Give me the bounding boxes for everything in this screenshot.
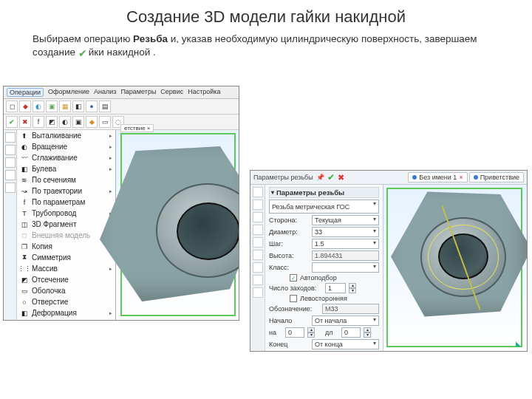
toolbar-btn[interactable]: ▣ bbox=[46, 100, 58, 112]
item-icon: ≋ bbox=[20, 176, 29, 185]
toolbar-btn[interactable]: ▭ bbox=[99, 116, 111, 128]
doc-tab-2[interactable]: Приветствие bbox=[469, 172, 524, 183]
side-tool[interactable] bbox=[253, 187, 263, 197]
chevron-down-icon: ▾ bbox=[271, 189, 274, 196]
menu-settings[interactable]: Настройка bbox=[188, 88, 220, 97]
dropdown-item[interactable]: ◐Вращение▸ bbox=[17, 141, 115, 152]
item-icon: ◧ bbox=[20, 309, 29, 318]
dropdown-item[interactable]: ▭Оболочка bbox=[17, 285, 115, 296]
toolbar-btn[interactable]: ◆ bbox=[19, 100, 31, 112]
item-icon: ⋮⋮ bbox=[20, 265, 29, 273]
starts-label: Число заходов: bbox=[269, 284, 322, 292]
toolbar-btn[interactable]: ◐ bbox=[33, 100, 44, 112]
side-tool[interactable] bbox=[253, 275, 263, 285]
dropdown-item[interactable]: ○Отверстие bbox=[17, 296, 115, 307]
dropdown-item[interactable]: ⧗Симметрия bbox=[17, 252, 115, 263]
pin-icon[interactable]: 📌 bbox=[316, 174, 324, 181]
dl-field[interactable]: 0 bbox=[341, 327, 361, 338]
dropdown-item[interactable]: ≋По сечениям bbox=[17, 174, 115, 185]
side-tool[interactable] bbox=[253, 250, 263, 260]
cancel-icon[interactable]: ✖ bbox=[338, 173, 344, 183]
dropdown-item[interactable]: ❐Копия bbox=[17, 241, 115, 252]
toolbar-btn[interactable]: ✖ bbox=[19, 116, 31, 128]
3d-viewport-left[interactable]: етствие × bbox=[116, 130, 239, 321]
doc-tab-1[interactable]: Без имени 1× bbox=[408, 172, 467, 183]
item-icon: ◐ bbox=[20, 143, 29, 151]
side-tool[interactable] bbox=[253, 237, 263, 248]
dropdown-item[interactable]: ⋮⋮Массив▸ bbox=[17, 263, 115, 274]
close-icon[interactable]: × bbox=[459, 174, 463, 181]
starts-field[interactable]: 1 bbox=[325, 283, 346, 293]
designation-label: Обозначение: bbox=[269, 305, 319, 313]
item-icon: ⧗ bbox=[20, 253, 29, 262]
view-cube-icon[interactable]: ◣ bbox=[516, 340, 521, 347]
item-icon: ◫ bbox=[20, 220, 29, 229]
class-select[interactable] bbox=[312, 262, 379, 273]
submenu-arrow-icon: ▸ bbox=[109, 166, 112, 172]
item-icon: □ bbox=[20, 231, 29, 240]
begin-select[interactable]: От начала bbox=[312, 316, 379, 326]
toolbar-btn[interactable]: f bbox=[33, 116, 44, 128]
side-tool[interactable] bbox=[5, 132, 16, 143]
class-label: Класс: bbox=[269, 264, 309, 271]
side-tool[interactable] bbox=[5, 183, 16, 193]
toolbar-btn[interactable]: ▦ bbox=[59, 100, 71, 112]
toolbar-btn[interactable]: ◻ bbox=[6, 100, 18, 112]
toolbar-btn[interactable]: ◆ bbox=[86, 116, 98, 128]
dropdown-item[interactable]: ◫3D Фрагмент bbox=[17, 219, 115, 230]
thread-panel-title: Параметры резьбы bbox=[253, 174, 313, 181]
viewport-tab[interactable]: етствие × bbox=[120, 124, 154, 132]
autoselect-checkbox[interactable]: ✓ bbox=[290, 274, 297, 282]
dropdown-item[interactable]: TТрубопровод▸ bbox=[17, 208, 115, 219]
accept-icon[interactable]: ✔ bbox=[327, 172, 335, 183]
begin-label: Начало bbox=[269, 317, 309, 324]
end-select[interactable]: От конца bbox=[312, 339, 379, 349]
dropdown-item[interactable]: 〰Сглаживание▸ bbox=[17, 152, 115, 163]
side-tool[interactable] bbox=[253, 262, 263, 273]
page-title: Создание 3D модели гайки накидной bbox=[0, 0, 532, 31]
dropdown-item[interactable]: fПо параметрам bbox=[17, 197, 115, 208]
na-field[interactable]: 0 bbox=[285, 327, 304, 338]
side-tool[interactable] bbox=[5, 145, 16, 155]
na-spinner[interactable]: ▴▾ bbox=[307, 327, 315, 338]
item-icon: ↝ bbox=[20, 187, 29, 196]
side-tool[interactable] bbox=[253, 200, 263, 210]
dropdown-item[interactable]: ↝По траектории▸ bbox=[17, 185, 115, 197]
toolbar-btn[interactable]: ◧ bbox=[72, 100, 84, 112]
diameter-select[interactable]: 33 bbox=[312, 227, 379, 237]
dropdown-item[interactable]: ◧Деформация▸ bbox=[17, 307, 115, 318]
dropdown-item[interactable]: ◧Булева▸ bbox=[17, 163, 115, 174]
side-tool[interactable] bbox=[253, 287, 263, 298]
3d-viewport-right[interactable]: ◣ bbox=[383, 185, 527, 352]
dropdown-item[interactable]: ◩Отсечение bbox=[17, 274, 115, 285]
item-label: Трубопровод bbox=[32, 209, 76, 217]
step-select[interactable]: 1.5 bbox=[312, 239, 379, 249]
properties-header[interactable]: ▾Параметры резьбы bbox=[269, 187, 379, 198]
lefthand-checkbox[interactable] bbox=[290, 295, 297, 302]
item-icon: ⬆ bbox=[20, 132, 29, 140]
menu-design[interactable]: Оформление bbox=[48, 88, 89, 97]
side-tool[interactable] bbox=[253, 225, 263, 235]
dropdown-item[interactable]: ◿Уклон▸ bbox=[17, 318, 115, 321]
toolbar-btn[interactable]: ◩ bbox=[46, 116, 58, 128]
item-icon: ○ bbox=[20, 298, 29, 307]
starts-spinner[interactable]: ▴▾ bbox=[349, 283, 356, 293]
lefthand-label: Левосторонняя bbox=[300, 295, 347, 302]
item-label: Внешняя модель bbox=[32, 231, 90, 239]
menu-operations[interactable]: Операции bbox=[7, 88, 44, 97]
menu-service[interactable]: Сервис bbox=[160, 88, 183, 97]
dropdown-item[interactable]: ⬆Выталкивание▸ bbox=[17, 130, 115, 141]
side-select[interactable]: Текущая bbox=[312, 215, 379, 225]
side-tool[interactable] bbox=[5, 170, 16, 180]
toolbar-btn[interactable]: ● bbox=[86, 100, 98, 112]
toolbar-btn[interactable]: ✔ bbox=[6, 116, 18, 128]
thread-type-select[interactable]: Резьба метрическая ГОС bbox=[269, 200, 379, 214]
toolbar-btn[interactable]: ◐ bbox=[59, 116, 71, 128]
dl-spinner[interactable]: ▴▾ bbox=[364, 327, 371, 338]
toolbar-btn[interactable]: ▤ bbox=[99, 100, 111, 112]
side-tool[interactable] bbox=[5, 157, 16, 168]
menu-analysis[interactable]: Анализ bbox=[94, 88, 116, 97]
menu-parameters[interactable]: Параметры bbox=[120, 88, 156, 97]
side-tool[interactable] bbox=[253, 212, 263, 222]
toolbar-btn[interactable]: ▣ bbox=[72, 116, 84, 128]
